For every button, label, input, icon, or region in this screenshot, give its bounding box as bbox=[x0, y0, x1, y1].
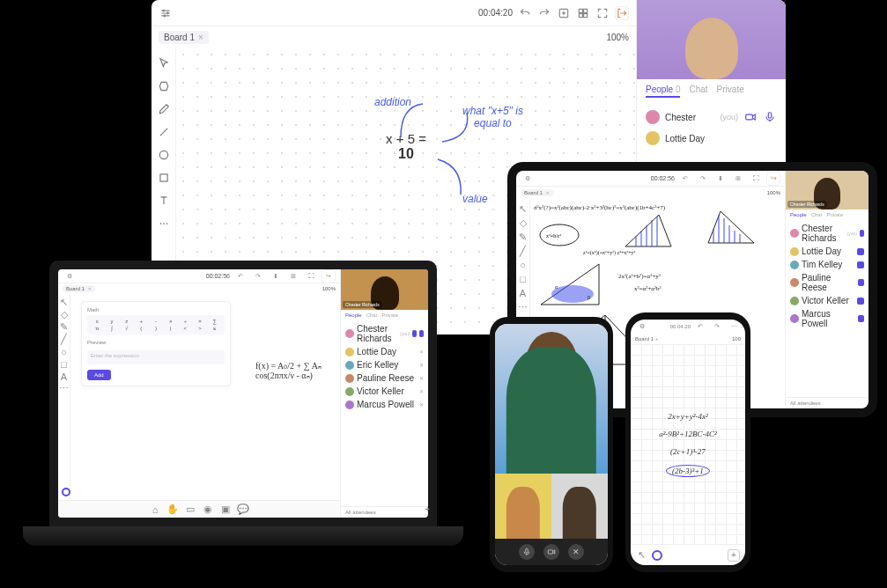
key[interactable]: ÷ bbox=[179, 319, 192, 324]
more-icon[interactable]: ⋯ bbox=[519, 303, 528, 312]
settings-icon[interactable]: ⚙ bbox=[63, 269, 77, 283]
tab-chat[interactable]: Chat bbox=[689, 85, 707, 98]
self-video[interactable]: Chester Richards bbox=[341, 269, 428, 310]
all-attendees-label[interactable]: All attendees bbox=[786, 397, 869, 408]
undo-icon[interactable]: ↶ bbox=[233, 269, 248, 283]
more-icon[interactable]: ⋯ bbox=[727, 320, 741, 334]
tab-people[interactable]: People bbox=[790, 212, 807, 217]
pen-icon[interactable]: ✎ bbox=[519, 232, 528, 241]
person-row[interactable]: Marcus Powell bbox=[790, 307, 864, 330]
undo-icon[interactable]: ↶ bbox=[678, 172, 692, 186]
person-row[interactable]: Pauline Reese✕ bbox=[345, 371, 424, 385]
line-icon[interactable]: ╱ bbox=[519, 246, 528, 255]
close-icon[interactable]: × bbox=[198, 33, 203, 42]
key[interactable]: × bbox=[164, 319, 177, 324]
lasso-icon[interactable]: ◇ bbox=[60, 311, 68, 319]
add-button[interactable]: + bbox=[728, 549, 740, 562]
square-icon[interactable]: □ bbox=[60, 360, 68, 368]
main-video-feed[interactable] bbox=[495, 324, 608, 474]
hand-icon[interactable]: ✋ bbox=[168, 505, 177, 514]
cursor-icon[interactable] bbox=[157, 56, 171, 70]
self-video[interactable]: Chester Richards bbox=[786, 171, 869, 209]
key[interactable]: π bbox=[91, 326, 104, 331]
key[interactable]: < bbox=[179, 326, 192, 331]
circle-icon[interactable]: ○ bbox=[519, 261, 528, 269]
key[interactable]: ) bbox=[150, 326, 163, 331]
tab-people[interactable]: People 0 bbox=[646, 85, 680, 98]
more-icon[interactable] bbox=[157, 217, 171, 231]
grid-icon[interactable]: ⊞ bbox=[286, 269, 300, 283]
download-icon[interactable]: ⬇ bbox=[713, 172, 728, 186]
tab-private[interactable]: Private bbox=[717, 85, 744, 98]
board-tab[interactable]: Board 1 × bbox=[63, 285, 95, 292]
screen-share-icon[interactable]: ▭ bbox=[186, 505, 195, 514]
tab-people[interactable]: People bbox=[345, 312, 362, 318]
home-icon[interactable]: ⌂ bbox=[151, 505, 159, 514]
settings-icon[interactable]: ⚙ bbox=[521, 172, 535, 186]
undo-icon[interactable] bbox=[518, 6, 532, 20]
video-thumb[interactable] bbox=[551, 474, 608, 539]
person-row[interactable]: Lottie Day✕ bbox=[345, 345, 424, 358]
key[interactable]: x bbox=[91, 319, 104, 324]
all-attendees-label[interactable]: All attendees bbox=[341, 506, 428, 518]
record-indicator[interactable] bbox=[62, 488, 70, 496]
key[interactable]: ∫ bbox=[106, 326, 119, 331]
mic-icon[interactable] bbox=[763, 110, 777, 124]
cursor-icon[interactable]: ↖ bbox=[60, 298, 68, 306]
math-input-panel[interactable]: Math x y z + - × ÷ = ∑ π bbox=[81, 301, 231, 386]
square-icon[interactable]: □ bbox=[519, 275, 528, 283]
redo-icon[interactable]: ↷ bbox=[251, 269, 265, 283]
cursor-icon[interactable]: ↖ bbox=[636, 550, 647, 561]
person-row[interactable]: Lottie Day bbox=[646, 128, 777, 149]
undo-icon[interactable]: ↶ bbox=[693, 320, 707, 334]
board-tab[interactable]: Board 1 × bbox=[159, 31, 209, 44]
mic-button[interactable] bbox=[519, 544, 535, 560]
download-icon[interactable]: ⬇ bbox=[269, 269, 283, 283]
settings-icon[interactable] bbox=[159, 6, 173, 20]
tab-private[interactable]: Private bbox=[381, 312, 398, 318]
video-thumb[interactable] bbox=[495, 474, 551, 539]
text-icon[interactable] bbox=[157, 194, 171, 208]
text-icon[interactable]: A bbox=[519, 289, 528, 298]
self-video[interactable] bbox=[637, 0, 786, 79]
key[interactable]: > bbox=[194, 326, 207, 331]
more-icon[interactable]: ⋯ bbox=[60, 385, 68, 393]
redo-icon[interactable]: ↷ bbox=[710, 320, 724, 334]
exit-icon[interactable] bbox=[615, 6, 629, 20]
person-row[interactable]: Chester Richards(you) bbox=[345, 322, 424, 345]
fullscreen-icon[interactable]: ⛶ bbox=[749, 172, 763, 186]
zoom-level[interactable]: 100 bbox=[732, 336, 741, 342]
circle-icon[interactable]: ○ bbox=[60, 348, 68, 356]
board-tab[interactable]: Board 1 × bbox=[521, 189, 553, 196]
square-icon[interactable] bbox=[157, 171, 171, 185]
key[interactable]: √ bbox=[120, 326, 133, 331]
person-row[interactable]: Chester (you) bbox=[646, 107, 777, 128]
person-row[interactable]: Chester Richards(you) bbox=[790, 222, 864, 245]
person-row[interactable]: Lottie Day bbox=[790, 245, 864, 258]
tab-chat[interactable]: Chat bbox=[366, 312, 378, 318]
download-icon[interactable] bbox=[557, 6, 571, 20]
lasso-icon[interactable]: ◇ bbox=[519, 218, 528, 227]
person-row[interactable]: Pauline Reese bbox=[790, 271, 864, 294]
person-row[interactable]: Victor Keller bbox=[790, 294, 864, 307]
lasso-icon[interactable] bbox=[157, 79, 171, 93]
key[interactable]: ≤ bbox=[208, 326, 221, 331]
pen-icon[interactable] bbox=[157, 102, 171, 116]
key[interactable]: z bbox=[120, 319, 133, 324]
fullscreen-icon[interactable] bbox=[595, 6, 610, 20]
tab-chat[interactable]: Chat bbox=[811, 212, 823, 217]
person-row[interactable]: Eric Kelley✕ bbox=[345, 358, 424, 371]
exit-icon[interactable]: ↪ bbox=[766, 172, 780, 186]
record-indicator[interactable] bbox=[652, 550, 662, 561]
circle-icon[interactable] bbox=[157, 148, 171, 162]
chat-icon[interactable]: 💬 bbox=[239, 505, 248, 514]
redo-icon[interactable]: ↷ bbox=[696, 172, 710, 186]
text-icon[interactable]: A bbox=[60, 372, 68, 380]
key[interactable]: | bbox=[164, 326, 177, 331]
line-icon[interactable]: ╱ bbox=[60, 335, 68, 343]
mic-icon[interactable]: ◉ bbox=[203, 505, 212, 514]
person-row[interactable]: Victor Keller✕ bbox=[345, 385, 424, 398]
redo-icon[interactable] bbox=[537, 6, 551, 20]
grid-icon[interactable]: ⊞ bbox=[731, 172, 745, 186]
add-board-icon[interactable]: + bbox=[425, 504, 428, 514]
